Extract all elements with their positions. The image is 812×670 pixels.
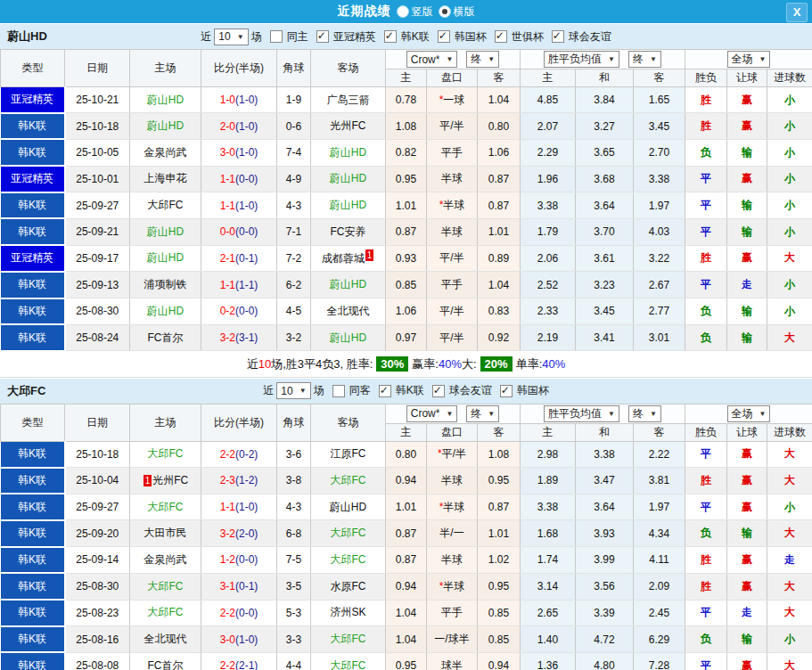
away-team-cell: 大邱FC: [311, 652, 386, 670]
date-cell: 25-08-30: [65, 298, 130, 325]
corner-cell: 3-3: [277, 626, 311, 653]
same-venue-checkbox[interactable]: [270, 30, 283, 43]
result-wdl-cell: 平: [685, 494, 727, 520]
home-team-cell: FC首尔: [130, 324, 201, 351]
mean-lose-cell: 3.01: [634, 324, 685, 351]
radio-circle-icon[interactable]: [397, 5, 409, 18]
match-count-select[interactable]: 10▼: [276, 382, 310, 399]
match-count-select[interactable]: 10▼: [214, 29, 248, 45]
away-team-cell: 水原FC: [311, 573, 386, 600]
match-count-value: 10: [281, 385, 292, 397]
odds-away-cell: 1.02: [478, 547, 521, 574]
match-type-cell: 韩K联: [1, 113, 65, 140]
close-button[interactable]: X: [786, 3, 808, 22]
layout-radio-vertical[interactable]: 竖版: [397, 4, 433, 20]
away-team-cell: 大邱FC: [311, 468, 386, 494]
corner-cell: 3-5: [277, 573, 311, 600]
result-wdl-cell: 胜: [685, 113, 727, 140]
table-row: 韩K联25-09-13浦项制铁1-1(1-1)6-2蔚山HD0.85平手1.04…: [1, 272, 812, 298]
league-label: 亚冠精英: [333, 29, 376, 45]
league-label: 韩国杯: [517, 383, 549, 398]
mean-time-select[interactable]: 终▼: [628, 51, 661, 68]
result-goals-cell: 大: [767, 520, 812, 547]
mean-time-select[interactable]: 终▼: [628, 405, 661, 422]
odds-time-select[interactable]: 终▼: [466, 405, 499, 422]
odds-home-cell: 0.97: [386, 324, 427, 351]
away-team-name: 蔚山HD: [330, 146, 366, 159]
league-checkbox[interactable]: [316, 30, 329, 43]
league-checkbox[interactable]: [500, 385, 513, 397]
corner-cell: 7-5: [277, 547, 311, 574]
league-checkbox[interactable]: [438, 30, 450, 43]
odds-home-cell: 0.95: [386, 652, 427, 670]
sub-col-mean-win: 主: [521, 423, 576, 441]
halftime-score: (0-0): [235, 553, 258, 566]
scope-select[interactable]: 全场▼: [727, 51, 771, 68]
odds-away-cell: 1.08: [478, 441, 521, 467]
results-table: 类型 日期 主场 比分(半场) 角球 客场 Crow*▼ 终▼ 胜平负均: [0, 49, 812, 352]
mean-lose-cell: 1.97: [634, 192, 685, 219]
result-handicap-cell: 输: [727, 192, 767, 219]
odds-company-select[interactable]: Crow*▼: [406, 51, 458, 68]
corner-cell: 4-9: [277, 166, 311, 192]
mean-win-cell: 2.65: [521, 600, 576, 626]
league-checkbox[interactable]: [432, 385, 445, 397]
odds-away-cell: 0.87: [478, 192, 521, 219]
mean-type-select[interactable]: 胜平负均值▼: [544, 405, 619, 422]
odds-company-select[interactable]: Crow*▼: [406, 405, 458, 422]
chevron-down-icon: ▼: [488, 55, 495, 63]
away-team-name: 蔚山HD: [330, 501, 366, 513]
mean-lose-cell: 1.65: [634, 87, 685, 113]
mean-lose-cell: 2.09: [634, 573, 685, 600]
result-handicap-cell: 赢: [727, 245, 767, 272]
odds-away-cell: 0.87: [478, 166, 521, 192]
date-cell: 25-09-14: [65, 547, 130, 574]
date-cell: 25-08-30: [65, 573, 130, 600]
league-checkbox[interactable]: [495, 30, 507, 43]
league-checkbox[interactable]: [379, 385, 391, 397]
home-team-name: 蔚山HD: [147, 305, 184, 317]
mean-lose-cell: 1.97: [634, 494, 685, 520]
result-goals-cell: 小: [767, 494, 812, 520]
odds-home-cell: 0.95: [386, 166, 427, 192]
result-wdl-cell: 平: [685, 192, 727, 219]
date-cell: 25-09-27: [65, 192, 130, 219]
radio-circle-checked-icon[interactable]: [439, 5, 451, 18]
scope-select-group: 全场▼: [685, 404, 812, 423]
home-team-name: 蔚山HD: [147, 225, 184, 238]
halftime-score: (2-1): [235, 659, 258, 670]
away-team-name: 蔚山HD: [330, 331, 366, 344]
home-team-cell: 金泉尚武: [130, 547, 201, 574]
odds-home-cell: 0.93: [386, 245, 427, 272]
result-wdl-cell: 负: [685, 324, 727, 351]
result-goals-cell: 小: [767, 87, 812, 113]
recent-results-panel: 近期战绩 竖版 横版 X 蔚山HD 近10▼场同主亚冠精英韩K联韩国杯世俱杯球会…: [0, 0, 812, 670]
league-checkbox[interactable]: [552, 30, 564, 43]
away-team-cell: 大邱FC: [311, 547, 386, 574]
away-team-cell: 蔚山HD: [311, 324, 386, 351]
halftime-score: (1-0): [235, 120, 258, 133]
sub-col-mean-draw: 和: [576, 423, 634, 441]
result-wdl-cell: 负: [685, 298, 727, 325]
same-venue-checkbox[interactable]: [332, 385, 345, 397]
date-cell: 25-09-17: [65, 245, 130, 272]
home-team-cell: 蔚山HD: [130, 113, 201, 140]
home-team-cell: 大邱FC: [130, 494, 201, 520]
col-score: 比分(半场): [201, 50, 277, 87]
scope-select[interactable]: 全场▼: [727, 405, 771, 422]
odds-away-cell: 0.85: [478, 626, 521, 653]
mean-draw-cell: 3.45: [576, 298, 634, 325]
mean-type-select[interactable]: 胜平负均值▼: [544, 51, 619, 68]
team-name: 蔚山HD: [7, 29, 47, 45]
result-handicap-cell: 赢: [727, 494, 767, 520]
result-handicap-cell: 赢: [727, 166, 767, 192]
result-handicap-cell: 输: [727, 626, 767, 653]
away-team-cell: 大邱FC: [311, 626, 386, 653]
mean-draw-cell: 3.23: [576, 272, 634, 298]
league-checkbox[interactable]: [384, 30, 397, 43]
col-date: 日期: [65, 50, 130, 87]
home-team-cell: 蔚山HD: [130, 298, 201, 325]
odds-time-select[interactable]: 终▼: [466, 51, 499, 68]
away-team-name: 江原FC: [331, 447, 366, 460]
layout-radio-horizontal[interactable]: 横版: [439, 4, 475, 20]
